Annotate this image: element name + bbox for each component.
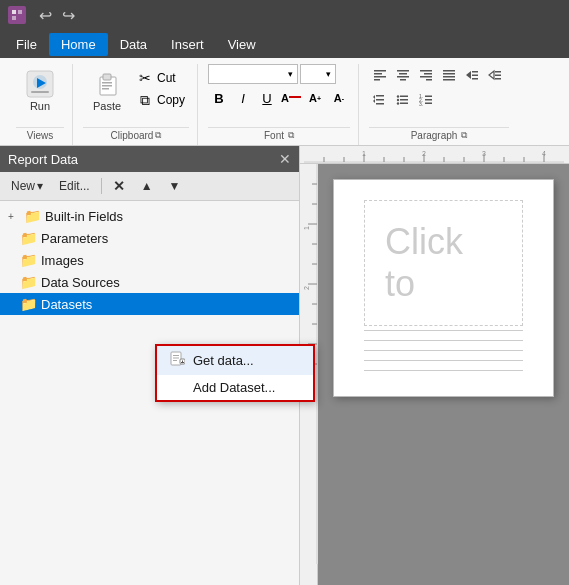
svg-rect-46 xyxy=(400,99,408,101)
delete-button[interactable]: ✕ xyxy=(106,175,132,197)
panel-toolbar: New ▾ Edit... ✕ ▲ ▼ xyxy=(0,172,299,201)
menu-data[interactable]: Data xyxy=(108,33,159,56)
data-sources-label: Data Sources xyxy=(41,275,120,290)
menu-file[interactable]: File xyxy=(4,33,49,56)
context-menu-add-dataset[interactable]: Add Dataset... xyxy=(157,375,313,400)
paste-label: Paste xyxy=(93,100,121,112)
tree-item-built-in-fields[interactable]: + 📁 Built-in Fields xyxy=(0,205,299,227)
edit-button[interactable]: Edit... xyxy=(52,176,97,196)
folder-icon-images: 📁 xyxy=(20,252,37,268)
line-spacing-button[interactable] xyxy=(369,89,391,111)
svg-rect-45 xyxy=(400,96,408,98)
cut-copy-btns: ✂ Cut ⧉ Copy xyxy=(133,64,189,110)
svg-text:1: 1 xyxy=(362,150,366,157)
ribbon-group-views: Run Views xyxy=(8,64,73,145)
ribbon: Run Views xyxy=(0,58,569,146)
menu-view[interactable]: View xyxy=(216,33,268,56)
run-label: Run xyxy=(30,100,50,112)
font-controls: ▾ ▾ B I U A A+ A- xyxy=(208,64,350,109)
paragraph-controls: 1.2.3. xyxy=(369,64,509,111)
redo-button[interactable]: ↪ xyxy=(59,6,78,25)
justify-button[interactable] xyxy=(438,64,460,86)
indent-increase-button[interactable] xyxy=(484,64,506,86)
indent-decrease-button[interactable] xyxy=(461,64,483,86)
new-label: New xyxy=(11,179,35,193)
font-size-increase-button[interactable]: A+ xyxy=(304,87,326,109)
paragraph-row2: 1.2.3. xyxy=(369,89,509,111)
panel-title: Report Data xyxy=(8,152,78,167)
font-size-decrease-button[interactable]: A- xyxy=(328,87,350,109)
list-bullet-button[interactable] xyxy=(392,89,414,111)
font-color-button[interactable]: A xyxy=(280,87,302,109)
svg-marker-41 xyxy=(373,99,375,103)
svg-rect-56 xyxy=(173,358,179,359)
svg-rect-17 xyxy=(397,70,409,72)
move-up-button[interactable]: ▲ xyxy=(134,176,160,196)
font-row1: ▾ ▾ xyxy=(208,64,350,84)
svg-rect-2 xyxy=(18,10,22,14)
svg-rect-23 xyxy=(420,76,432,78)
svg-marker-40 xyxy=(373,95,375,99)
underline-button[interactable]: U xyxy=(256,87,278,109)
paste-icon xyxy=(91,68,123,100)
expand-icon-built-in-fields: + xyxy=(8,211,20,222)
ruler-horizontal: 1 2 3 4 xyxy=(300,146,569,164)
svg-rect-37 xyxy=(376,95,384,97)
click-to-text: Click to xyxy=(385,221,502,305)
paste-button[interactable]: Paste xyxy=(83,64,131,116)
context-menu: Get data... Add Dataset... xyxy=(155,344,315,402)
new-arrow-icon: ▾ xyxy=(37,179,43,193)
bold-button[interactable]: B xyxy=(208,87,230,109)
svg-rect-57 xyxy=(173,360,177,361)
built-in-fields-label: Built-in Fields xyxy=(45,209,123,224)
svg-rect-32 xyxy=(472,78,478,80)
tree-item-parameters[interactable]: 📁 Parameters xyxy=(0,227,299,249)
svg-rect-26 xyxy=(443,73,455,75)
svg-rect-15 xyxy=(374,76,386,78)
clipboard-group-title: Clipboard ⧉ xyxy=(83,127,189,141)
list-number-button[interactable]: 1.2.3. xyxy=(415,89,437,111)
svg-rect-52 xyxy=(425,99,432,101)
align-center-button[interactable] xyxy=(392,64,414,86)
move-down-button[interactable]: ▼ xyxy=(162,176,188,196)
title-bar-controls: ↩ ↪ xyxy=(36,6,78,25)
run-button[interactable]: Run xyxy=(16,64,64,116)
svg-rect-18 xyxy=(399,73,407,75)
move-up-icon: ▲ xyxy=(141,179,153,193)
tree-item-datasets[interactable]: 📁 Datasets xyxy=(0,293,299,315)
svg-rect-19 xyxy=(397,76,409,78)
copy-button[interactable]: ⧉ Copy xyxy=(133,90,189,110)
main-area: Report Data ✕ New ▾ Edit... ✕ ▲ ▼ xyxy=(0,146,569,585)
svg-rect-14 xyxy=(374,73,382,75)
cut-icon: ✂ xyxy=(137,70,153,86)
svg-rect-10 xyxy=(102,82,112,84)
toolbar-separator xyxy=(101,178,102,194)
paragraph-group-title: Paragraph ⧉ xyxy=(369,127,509,141)
align-left-button[interactable] xyxy=(369,64,391,86)
svg-marker-33 xyxy=(489,71,494,79)
tree-item-data-sources[interactable]: 📁 Data Sources xyxy=(0,271,299,293)
font-family-select[interactable]: ▾ xyxy=(208,64,298,84)
move-down-icon: ▼ xyxy=(169,179,181,193)
italic-button[interactable]: I xyxy=(232,87,254,109)
menu-home[interactable]: Home xyxy=(49,33,108,56)
svg-text:3.: 3. xyxy=(419,101,423,107)
svg-rect-31 xyxy=(472,75,478,77)
svg-rect-11 xyxy=(102,85,112,87)
svg-rect-27 xyxy=(443,76,455,78)
copy-icon: ⧉ xyxy=(137,92,153,108)
new-button[interactable]: New ▾ xyxy=(4,176,50,196)
font-size-select[interactable]: ▾ xyxy=(300,64,336,84)
cut-button[interactable]: ✂ Cut xyxy=(133,68,189,88)
svg-rect-61 xyxy=(304,147,564,163)
svg-rect-22 xyxy=(424,73,432,75)
svg-point-42 xyxy=(397,95,399,97)
paragraph-row1 xyxy=(369,64,509,86)
delete-icon: ✕ xyxy=(113,178,125,194)
undo-button[interactable]: ↩ xyxy=(36,6,55,25)
panel-close-button[interactable]: ✕ xyxy=(279,151,291,167)
align-right-button[interactable] xyxy=(415,64,437,86)
tree-item-images[interactable]: 📁 Images xyxy=(0,249,299,271)
menu-insert[interactable]: Insert xyxy=(159,33,216,56)
context-menu-get-data[interactable]: Get data... xyxy=(157,346,313,375)
